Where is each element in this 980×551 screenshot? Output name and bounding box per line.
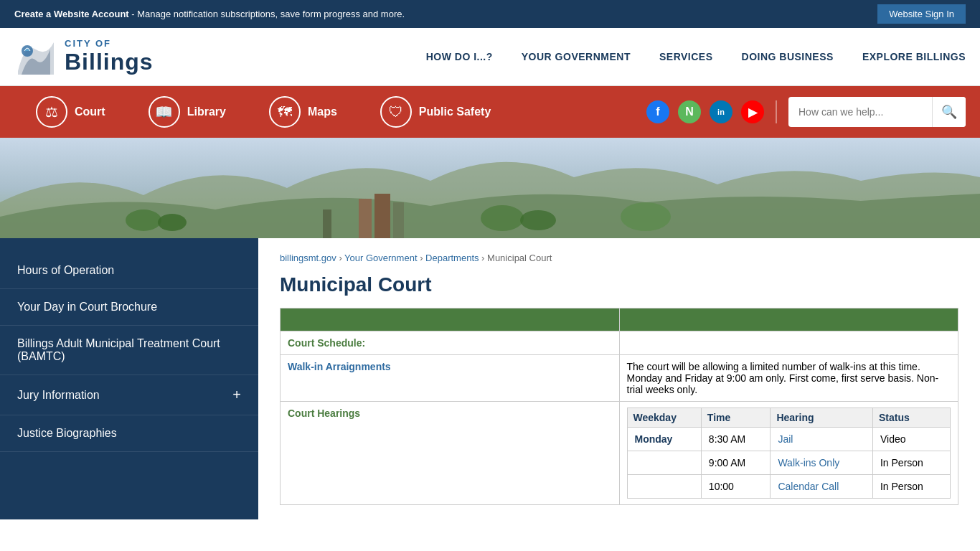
breadcrumb: billingsmt.gov › Your Government › Depar…	[280, 253, 958, 263]
row-time: 9:00 AM	[701, 451, 771, 475]
public-safety-label: Public Safety	[419, 105, 491, 118]
sidebar-item-label: Your Day in Court Brochure	[17, 301, 157, 314]
walk-in-description: The court will be allowing a limited num…	[619, 355, 958, 402]
nav-maps[interactable]: 🗺 Maps	[248, 86, 359, 138]
table-row-walk-in: Walk-in Arraignments The court will be a…	[281, 355, 958, 402]
row-status: Video	[872, 428, 950, 451]
logo-text: CITY OF Billings	[65, 38, 154, 75]
col-hearing: Hearing	[771, 408, 873, 428]
logo-billings: Billings	[65, 49, 154, 75]
sidebar-item-jury[interactable]: Jury Information +	[0, 375, 258, 415]
nav-court[interactable]: ⚖ Court	[14, 86, 127, 138]
library-icon: 📖	[149, 96, 180, 128]
court-icon: ⚖	[36, 96, 67, 128]
header: CITY OF Billings HOW DO I...? YOUR GOVER…	[0, 28, 980, 86]
table-row-schedule-label: Court Schedule:	[281, 331, 958, 355]
col-weekday: Weekday	[627, 408, 701, 428]
notification-text: Create a Website Account - Manage notifi…	[14, 9, 405, 19]
svg-point-7	[126, 209, 161, 231]
search-box: 🔍	[788, 97, 966, 127]
row-hearing: Walk-ins Only	[771, 451, 873, 475]
row-hearing: Calendar Call	[771, 475, 873, 499]
notification-bold: Create a Website Account	[14, 9, 129, 19]
breadcrumb-departments[interactable]: Departments	[425, 253, 479, 263]
public-safety-icon: 🛡	[380, 96, 412, 128]
page-title: Municipal Court	[280, 273, 958, 296]
main-layout: Hours of Operation Your Day in Court Bro…	[0, 238, 980, 519]
svg-point-9	[481, 205, 524, 231]
orange-nav-items: ⚖ Court 📖 Library 🗺 Maps 🛡 Public Safety	[14, 86, 646, 138]
breadcrumb-government[interactable]: Your Government	[344, 253, 417, 263]
search-area: f N in ▶ 🔍	[646, 97, 966, 127]
nested-header-row: Weekday Time Hearing Status	[627, 408, 951, 428]
walk-in-label: Walk-in Arraignments	[281, 355, 620, 402]
table-header-row	[281, 309, 958, 331]
svg-point-11	[621, 202, 671, 231]
notification-bar: Create a Website Account - Manage notifi…	[0, 0, 980, 28]
breadcrumb-current: Municipal Court	[487, 253, 552, 263]
content-area: billingsmt.gov › Your Government › Depar…	[258, 238, 980, 519]
nav-how-do-i[interactable]: HOW DO I...?	[426, 51, 493, 62]
court-hearings-label: Court Hearings	[281, 402, 620, 505]
sidebar-item-bamtc[interactable]: Billings Adult Municipal Treatment Court…	[0, 326, 258, 375]
row-day	[627, 475, 701, 499]
hero-svg	[0, 138, 980, 238]
col-time: Time	[701, 408, 771, 428]
row-time: 10:00	[701, 475, 771, 499]
table-row-court-hearings: Court Hearings Weekday Time Hearing Stat…	[281, 402, 958, 505]
sidebar-item-label: Jury Information	[17, 389, 100, 402]
svg-point-10	[520, 210, 556, 230]
sidebar-item-label: Justice Biographies	[17, 427, 117, 440]
row-day	[627, 451, 701, 475]
hearings-nested-table: Weekday Time Hearing Status Monday 8:30 …	[627, 408, 951, 499]
signin-button[interactable]: Website Sign In	[877, 4, 966, 24]
row-day: Monday	[627, 428, 701, 451]
search-button[interactable]: 🔍	[932, 97, 966, 127]
table-row: 10:00 Calendar Call In Person	[627, 475, 951, 499]
nav-explore-billings[interactable]: EXPLORE BILLINGS	[862, 51, 966, 62]
court-label: Court	[75, 105, 105, 118]
court-schedule-table: Court Schedule: Walk-in Arraignments The…	[280, 308, 958, 505]
row-status: In Person	[872, 451, 950, 475]
linkedin-icon[interactable]: in	[710, 100, 732, 123]
sidebar-item-label: Billings Adult Municipal Treatment Court…	[17, 337, 241, 363]
maps-label: Maps	[308, 105, 337, 118]
nav-public-safety[interactable]: 🛡 Public Safety	[359, 86, 512, 138]
table-row: Monday 8:30 AM Jail Video	[627, 428, 951, 451]
nextdoor-icon[interactable]: N	[678, 100, 701, 123]
search-input[interactable]	[788, 106, 932, 118]
svg-rect-5	[393, 202, 404, 238]
city-logo-icon	[14, 35, 57, 78]
col-status: Status	[872, 408, 950, 428]
sidebar-item-brochure[interactable]: Your Day in Court Brochure	[0, 289, 258, 326]
youtube-icon[interactable]: ▶	[741, 100, 764, 123]
hero-image	[0, 138, 980, 238]
notification-rest: - Manage notification subscriptions, sav…	[129, 9, 405, 19]
row-status: In Person	[872, 475, 950, 499]
expand-icon: +	[232, 387, 241, 403]
nav-services[interactable]: SERVICES	[659, 51, 713, 62]
sidebar-item-justice[interactable]: Justice Biographies	[0, 415, 258, 452]
sidebar: Hours of Operation Your Day in Court Bro…	[0, 238, 258, 519]
svg-rect-6	[323, 209, 331, 238]
nav-library[interactable]: 📖 Library	[127, 86, 248, 138]
row-hearing: Jail	[771, 428, 873, 451]
breadcrumb-home[interactable]: billingsmt.gov	[280, 253, 336, 263]
svg-point-8	[158, 214, 187, 231]
court-schedule-label: Court Schedule:	[281, 331, 620, 355]
main-nav: HOW DO I...? YOUR GOVERNMENT SERVICES DO…	[172, 51, 966, 62]
nav-your-government[interactable]: YOUR GOVERNMENT	[522, 51, 631, 62]
sidebar-item-hours[interactable]: Hours of Operation	[0, 253, 258, 289]
svg-rect-4	[374, 194, 390, 238]
row-time: 8:30 AM	[701, 428, 771, 451]
sidebar-item-label: Hours of Operation	[17, 264, 114, 277]
orange-nav-bar: ⚖ Court 📖 Library 🗺 Maps 🛡 Public Safety…	[0, 86, 980, 138]
library-label: Library	[187, 105, 226, 118]
maps-icon: 🗺	[269, 96, 301, 128]
logo-area[interactable]: CITY OF Billings	[14, 35, 172, 78]
svg-rect-3	[359, 199, 372, 238]
social-icons: f N in ▶	[646, 100, 777, 123]
table-row: 9:00 AM Walk-ins Only In Person	[627, 451, 951, 475]
nav-doing-business[interactable]: DOING BUSINESS	[742, 51, 834, 62]
facebook-icon[interactable]: f	[646, 100, 669, 123]
